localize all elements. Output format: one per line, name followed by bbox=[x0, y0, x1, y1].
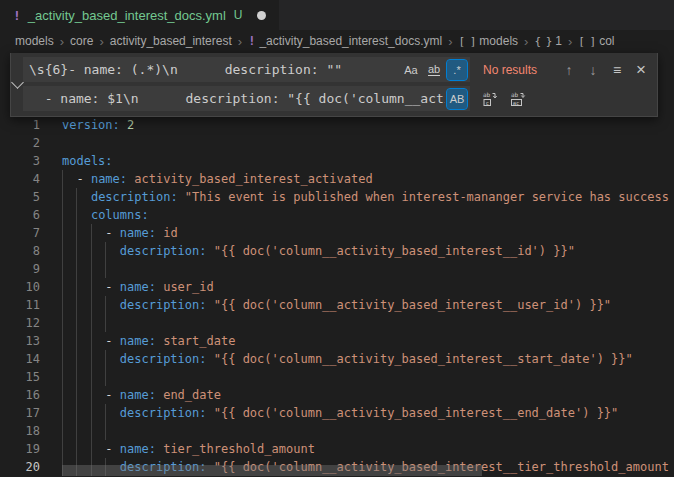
indent-guide bbox=[62, 170, 63, 188]
breadcrumb-item-core[interactable]: core bbox=[70, 34, 93, 48]
breadcrumb-label: _activity_based_interest_docs.yml bbox=[259, 34, 442, 48]
svg-text:ab: ab bbox=[483, 91, 491, 98]
editor-line[interactable]: 17 description: "{{ doc('column__activit… bbox=[0, 404, 674, 422]
line-number: 15 bbox=[0, 368, 40, 386]
editor-line[interactable]: 18 bbox=[0, 422, 674, 440]
find-input[interactable] bbox=[23, 62, 401, 77]
indent-guide bbox=[62, 188, 63, 206]
editor-line[interactable]: 9 bbox=[0, 260, 674, 278]
line-number: 10 bbox=[0, 278, 40, 296]
git-status-badge: U bbox=[234, 8, 243, 22]
chevron-down-icon bbox=[11, 76, 24, 89]
editor-line[interactable]: 2 bbox=[0, 134, 674, 152]
next-match-button[interactable]: ↓ bbox=[581, 59, 605, 81]
svg-text:ac: ac bbox=[513, 99, 520, 105]
indent-guide bbox=[91, 368, 92, 386]
breadcrumb-item-models[interactable]: [ ]models bbox=[458, 34, 518, 48]
editor-line[interactable]: 5 description: "This event is published … bbox=[0, 188, 674, 206]
arrow-down-icon: ↓ bbox=[590, 62, 597, 78]
previous-match-button[interactable]: ↑ bbox=[557, 59, 581, 81]
breadcrumb-label: 1 bbox=[555, 34, 562, 48]
breadcrumb-item-_activity_based_interest_docs.yml[interactable]: !_activity_based_interest_docs.yml bbox=[248, 34, 442, 48]
replace-button[interactable]: ab c bbox=[478, 88, 502, 110]
indent-guide bbox=[91, 224, 92, 242]
preserve-case-toggle[interactable]: AB bbox=[447, 89, 467, 109]
chevron-right-icon: › bbox=[238, 34, 242, 49]
line-number: 7 bbox=[0, 224, 40, 242]
line-code: version: 2 bbox=[62, 116, 674, 134]
tab-active-file[interactable]: ! _activity_based_interest_docs.yml U bbox=[0, 0, 279, 30]
find-actions: ↑ ↓ ≡ × bbox=[557, 59, 653, 81]
match-case-icon: Aa bbox=[404, 64, 417, 76]
line-number: 1 bbox=[0, 116, 40, 134]
line-code bbox=[62, 422, 674, 440]
breadcrumb-item-1[interactable]: { }1 bbox=[534, 34, 562, 48]
close-find-button[interactable]: × bbox=[629, 59, 653, 81]
indent-guide bbox=[62, 296, 63, 314]
indent-guide bbox=[76, 296, 77, 314]
indent-guide bbox=[76, 332, 77, 350]
line-code: models: bbox=[62, 152, 674, 170]
toggle-replace-button[interactable] bbox=[11, 57, 23, 111]
breadcrumb-item-col[interactable]: [ ]col bbox=[578, 34, 614, 48]
breadcrumb-label: activity_based_interest bbox=[110, 34, 232, 48]
line-number: 19 bbox=[0, 440, 40, 458]
editor-line[interactable]: 19 - name: tier_threshold_amount bbox=[0, 440, 674, 458]
editor-line[interactable]: 6 columns: bbox=[0, 206, 674, 224]
indent-guide bbox=[62, 332, 63, 350]
line-number: 5 bbox=[0, 188, 40, 206]
indent-guide bbox=[91, 260, 92, 278]
line-code: - name: start_date bbox=[62, 332, 674, 350]
line-code: - name: id bbox=[62, 224, 674, 242]
yaml-file-icon: ! bbox=[13, 8, 21, 23]
indent-guide bbox=[76, 440, 77, 458]
replace-options: AB bbox=[447, 89, 470, 109]
editor-line[interactable]: 16 - name: end_date bbox=[0, 386, 674, 404]
indent-guide bbox=[105, 350, 106, 368]
editor-line[interactable]: 10 - name: user_id bbox=[0, 278, 674, 296]
indent-guide bbox=[62, 368, 63, 386]
unsaved-dot-icon[interactable] bbox=[257, 11, 266, 20]
indent-guide bbox=[62, 278, 63, 296]
editor-line[interactable]: 12 bbox=[0, 314, 674, 332]
match-case-toggle[interactable]: Aa bbox=[401, 60, 421, 80]
indent-guide bbox=[105, 404, 106, 422]
find-row: Aaab.* No results ↑ ↓ ≡ × bbox=[23, 57, 653, 82]
find-result-status: No results bbox=[483, 63, 555, 77]
editor-line[interactable]: 13 - name: start_date bbox=[0, 332, 674, 350]
editor-line[interactable]: 7 - name: id bbox=[0, 224, 674, 242]
replace-input[interactable] bbox=[23, 91, 447, 106]
indent-guide bbox=[76, 278, 77, 296]
indent-guide bbox=[76, 422, 77, 440]
regex-toggle[interactable]: .* bbox=[447, 60, 467, 80]
editor-line[interactable]: 15 bbox=[0, 368, 674, 386]
breadcrumb-item-models[interactable]: models bbox=[15, 34, 54, 48]
editor-line[interactable]: 4 - name: activity_based_interest_activa… bbox=[0, 170, 674, 188]
code-editor[interactable]: 1version: 223models:4 - name: activity_b… bbox=[0, 112, 674, 477]
indent-guide bbox=[62, 386, 63, 404]
whole-word-toggle[interactable]: ab bbox=[424, 60, 444, 80]
indent-guide bbox=[105, 296, 106, 314]
indent-guide bbox=[76, 260, 77, 278]
horizontal-scrollbar[interactable] bbox=[62, 465, 482, 476]
editor-line[interactable]: 14 description: "{{ doc('column__activit… bbox=[0, 350, 674, 368]
line-number: 3 bbox=[0, 152, 40, 170]
indent-guide bbox=[76, 242, 77, 260]
line-code bbox=[62, 368, 674, 386]
line-code: columns: bbox=[62, 206, 674, 224]
breadcrumb-item-activity_based_interest[interactable]: activity_based_interest bbox=[110, 34, 232, 48]
indent-guide bbox=[91, 422, 92, 440]
find-in-selection-button[interactable]: ≡ bbox=[605, 59, 629, 81]
find-options: Aaab.* bbox=[401, 60, 470, 80]
line-code: description: "{{ doc('column__activity_b… bbox=[62, 350, 674, 368]
editor-line[interactable]: 1version: 2 bbox=[0, 116, 674, 134]
breadcrumb-label: col bbox=[599, 34, 614, 48]
replace-all-button[interactable]: ab ac bbox=[506, 88, 530, 110]
line-number: 14 bbox=[0, 350, 40, 368]
editor-line[interactable]: 11 description: "{{ doc('column__activit… bbox=[0, 296, 674, 314]
editor-line[interactable]: 8 description: "{{ doc('column__activity… bbox=[0, 242, 674, 260]
breadcrumb-label: core bbox=[70, 34, 93, 48]
indent-guide bbox=[105, 242, 106, 260]
line-code: - name: user_id bbox=[62, 278, 674, 296]
editor-line[interactable]: 3models: bbox=[0, 152, 674, 170]
